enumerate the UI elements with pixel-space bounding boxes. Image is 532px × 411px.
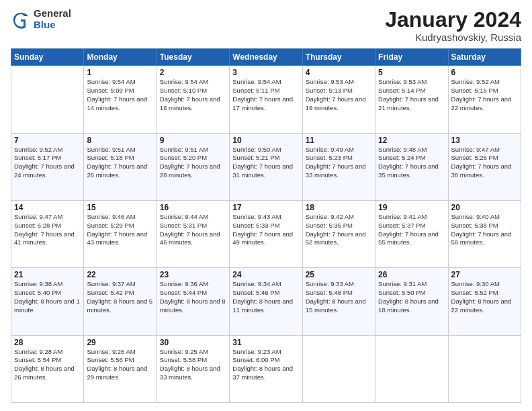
- day-number: 24: [232, 270, 299, 279]
- calendar-week-row: 14Sunrise: 9:47 AMSunset: 5:28 PMDayligh…: [11, 200, 521, 267]
- day-number: 3: [232, 68, 299, 77]
- table-row: 30Sunrise: 9:25 AMSunset: 5:58 PMDayligh…: [157, 335, 229, 402]
- day-number: 7: [14, 136, 81, 145]
- table-row: 23Sunrise: 9:36 AMSunset: 5:44 PMDayligh…: [157, 268, 229, 335]
- day-number: 27: [451, 270, 518, 279]
- table-row: 20Sunrise: 9:40 AMSunset: 5:38 PMDayligh…: [448, 200, 521, 267]
- day-info: Sunrise: 9:47 AMSunset: 5:26 PMDaylight:…: [451, 146, 518, 180]
- day-number: 2: [160, 68, 226, 77]
- day-info: Sunrise: 9:53 AMSunset: 5:14 PMDaylight:…: [378, 78, 445, 112]
- day-info: Sunrise: 9:50 AMSunset: 5:21 PMDaylight:…: [232, 146, 299, 180]
- day-number: 4: [306, 68, 372, 77]
- day-number: 18: [306, 203, 372, 212]
- day-info: Sunrise: 9:51 AMSunset: 5:20 PMDaylight:…: [160, 146, 226, 180]
- table-row: 31Sunrise: 9:23 AMSunset: 6:00 PMDayligh…: [230, 335, 302, 402]
- table-row: 26Sunrise: 9:31 AMSunset: 5:50 PMDayligh…: [375, 268, 448, 335]
- header-saturday: Saturday: [448, 49, 521, 66]
- day-info: Sunrise: 9:26 AMSunset: 5:56 PMDaylight:…: [87, 348, 153, 382]
- day-number: 31: [232, 338, 299, 347]
- day-info: Sunrise: 9:30 AMSunset: 5:52 PMDaylight:…: [451, 280, 518, 314]
- day-info: Sunrise: 9:37 AMSunset: 5:42 PMDaylight:…: [87, 280, 153, 314]
- table-row: [11, 66, 84, 133]
- logo-text: General Blue: [34, 8, 71, 30]
- day-number: 15: [87, 203, 153, 212]
- day-number: 6: [451, 68, 518, 77]
- day-number: 30: [160, 338, 226, 347]
- day-number: 19: [378, 203, 445, 212]
- table-row: 15Sunrise: 9:46 AMSunset: 5:29 PMDayligh…: [84, 200, 157, 267]
- day-info: Sunrise: 9:34 AMSunset: 5:46 PMDaylight:…: [232, 280, 299, 314]
- day-info: Sunrise: 9:36 AMSunset: 5:44 PMDaylight:…: [160, 280, 226, 314]
- day-number: 5: [378, 68, 445, 77]
- day-number: 25: [306, 270, 372, 279]
- day-number: 10: [232, 136, 299, 145]
- day-info: Sunrise: 9:40 AMSunset: 5:38 PMDaylight:…: [451, 213, 518, 247]
- table-row: [302, 335, 375, 402]
- table-row: 2Sunrise: 9:54 AMSunset: 5:10 PMDaylight…: [157, 66, 229, 133]
- day-number: 28: [14, 338, 81, 347]
- table-row: 7Sunrise: 9:52 AMSunset: 5:17 PMDaylight…: [11, 133, 84, 200]
- day-info: Sunrise: 9:31 AMSunset: 5:50 PMDaylight:…: [378, 280, 445, 314]
- day-number: 11: [306, 136, 372, 145]
- calendar-week-row: 7Sunrise: 9:52 AMSunset: 5:17 PMDaylight…: [11, 133, 521, 200]
- day-number: 22: [87, 270, 153, 279]
- table-row: 16Sunrise: 9:44 AMSunset: 5:31 PMDayligh…: [157, 200, 229, 267]
- logo: General Blue: [11, 8, 71, 30]
- table-row: 8Sunrise: 9:51 AMSunset: 5:18 PMDaylight…: [84, 133, 157, 200]
- table-row: 3Sunrise: 9:54 AMSunset: 5:11 PMDaylight…: [230, 66, 302, 133]
- day-info: Sunrise: 9:44 AMSunset: 5:31 PMDaylight:…: [160, 213, 226, 247]
- table-row: 18Sunrise: 9:42 AMSunset: 5:35 PMDayligh…: [302, 200, 375, 267]
- day-number: 12: [378, 136, 445, 145]
- day-number: 14: [14, 203, 81, 212]
- table-row: 4Sunrise: 9:53 AMSunset: 5:13 PMDaylight…: [302, 66, 375, 133]
- table-row: 10Sunrise: 9:50 AMSunset: 5:21 PMDayligh…: [230, 133, 302, 200]
- day-info: Sunrise: 9:41 AMSunset: 5:37 PMDaylight:…: [378, 213, 445, 247]
- day-info: Sunrise: 9:38 AMSunset: 5:40 PMDaylight:…: [14, 280, 81, 314]
- table-row: 12Sunrise: 9:48 AMSunset: 5:24 PMDayligh…: [375, 133, 448, 200]
- header-tuesday: Tuesday: [157, 49, 229, 66]
- day-info: Sunrise: 9:25 AMSunset: 5:58 PMDaylight:…: [160, 348, 226, 382]
- calendar-week-row: 28Sunrise: 9:28 AMSunset: 5:54 PMDayligh…: [11, 335, 521, 402]
- table-row: 27Sunrise: 9:30 AMSunset: 5:52 PMDayligh…: [448, 268, 521, 335]
- day-info: Sunrise: 9:23 AMSunset: 6:00 PMDaylight:…: [232, 348, 299, 382]
- logo-general-text: General: [34, 8, 71, 19]
- day-number: 1: [87, 68, 153, 77]
- day-info: Sunrise: 9:43 AMSunset: 5:33 PMDaylight:…: [232, 213, 299, 247]
- table-row: 24Sunrise: 9:34 AMSunset: 5:46 PMDayligh…: [230, 268, 302, 335]
- table-row: 19Sunrise: 9:41 AMSunset: 5:37 PMDayligh…: [375, 200, 448, 267]
- calendar-table: Sunday Monday Tuesday Wednesday Thursday…: [11, 48, 521, 403]
- header-sunday: Sunday: [11, 49, 84, 66]
- logo-icon: [11, 9, 31, 30]
- table-row: 22Sunrise: 9:37 AMSunset: 5:42 PMDayligh…: [84, 268, 157, 335]
- table-row: 9Sunrise: 9:51 AMSunset: 5:20 PMDaylight…: [157, 133, 229, 200]
- day-number: 26: [378, 270, 445, 279]
- day-info: Sunrise: 9:51 AMSunset: 5:18 PMDaylight:…: [87, 146, 153, 180]
- day-info: Sunrise: 9:53 AMSunset: 5:13 PMDaylight:…: [306, 78, 372, 112]
- table-row: 5Sunrise: 9:53 AMSunset: 5:14 PMDaylight…: [375, 66, 448, 133]
- table-row: 21Sunrise: 9:38 AMSunset: 5:40 PMDayligh…: [11, 268, 84, 335]
- page: General Blue January 2024 Kudryashovskiy…: [0, 0, 532, 411]
- table-row: [375, 335, 448, 402]
- table-row: 14Sunrise: 9:47 AMSunset: 5:28 PMDayligh…: [11, 200, 84, 267]
- calendar-header-row: Sunday Monday Tuesday Wednesday Thursday…: [11, 49, 521, 66]
- day-info: Sunrise: 9:42 AMSunset: 5:35 PMDaylight:…: [306, 213, 372, 247]
- table-row: 17Sunrise: 9:43 AMSunset: 5:33 PMDayligh…: [230, 200, 302, 267]
- day-info: Sunrise: 9:33 AMSunset: 5:48 PMDaylight:…: [306, 280, 372, 314]
- day-info: Sunrise: 9:47 AMSunset: 5:28 PMDaylight:…: [14, 213, 81, 247]
- calendar-week-row: 1Sunrise: 9:54 AMSunset: 5:09 PMDaylight…: [11, 66, 521, 133]
- day-info: Sunrise: 9:54 AMSunset: 5:11 PMDaylight:…: [232, 78, 299, 112]
- day-info: Sunrise: 9:52 AMSunset: 5:15 PMDaylight:…: [451, 78, 518, 112]
- day-info: Sunrise: 9:48 AMSunset: 5:24 PMDaylight:…: [378, 146, 445, 180]
- table-row: 1Sunrise: 9:54 AMSunset: 5:09 PMDaylight…: [84, 66, 157, 133]
- day-number: 17: [232, 203, 299, 212]
- title-month: January 2024: [385, 8, 521, 32]
- table-row: 13Sunrise: 9:47 AMSunset: 5:26 PMDayligh…: [448, 133, 521, 200]
- table-row: 29Sunrise: 9:26 AMSunset: 5:56 PMDayligh…: [84, 335, 157, 402]
- table-row: 6Sunrise: 9:52 AMSunset: 5:15 PMDaylight…: [448, 66, 521, 133]
- day-info: Sunrise: 9:54 AMSunset: 5:09 PMDaylight:…: [87, 78, 153, 112]
- day-number: 9: [160, 136, 226, 145]
- day-number: 21: [14, 270, 81, 279]
- day-number: 23: [160, 270, 226, 279]
- title-block: January 2024 Kudryashovskiy, Russia: [385, 8, 521, 43]
- day-info: Sunrise: 9:46 AMSunset: 5:29 PMDaylight:…: [87, 213, 153, 247]
